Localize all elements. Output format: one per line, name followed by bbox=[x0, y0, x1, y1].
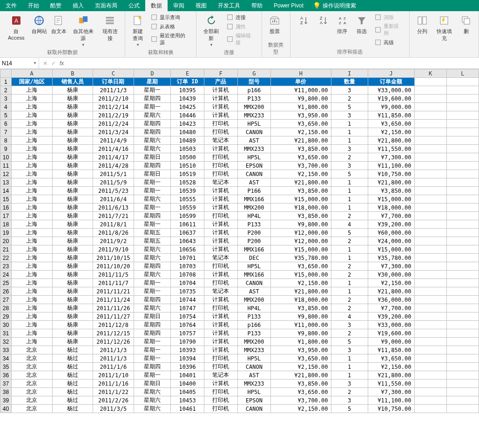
row-header[interactable]: 10 bbox=[0, 153, 12, 162]
row-header[interactable]: 28 bbox=[0, 304, 12, 312]
cell[interactable]: 星期一 bbox=[134, 86, 170, 95]
cell[interactable]: 1 bbox=[331, 371, 368, 380]
cell[interactable]: 上海 bbox=[11, 103, 52, 111]
cell[interactable]: 10510 bbox=[171, 162, 204, 170]
cell[interactable]: 2011/12/26 bbox=[93, 338, 134, 346]
cell[interactable] bbox=[414, 254, 446, 262]
fx-icon[interactable]: fx bbox=[60, 60, 66, 67]
cell[interactable]: 杨康 bbox=[52, 321, 93, 329]
cell[interactable]: 2011/1/10 bbox=[93, 371, 134, 380]
cell[interactable]: 2011/6/13 bbox=[93, 204, 134, 212]
cell[interactable]: CANON bbox=[237, 128, 271, 136]
row-header[interactable]: 40 bbox=[0, 405, 12, 413]
cell[interactable] bbox=[446, 304, 479, 312]
dedup-button[interactable]: 删 bbox=[457, 13, 475, 36]
cell[interactable] bbox=[414, 212, 446, 220]
cell[interactable]: 北京 bbox=[11, 388, 52, 396]
cell[interactable]: 杨康 bbox=[52, 136, 93, 145]
cell[interactable]: 杨康 bbox=[52, 145, 93, 153]
cell[interactable]: 10704 bbox=[171, 279, 204, 287]
cell[interactable]: 上海 bbox=[11, 212, 52, 220]
cell[interactable]: 10439 bbox=[171, 95, 204, 103]
cell[interactable]: 10489 bbox=[171, 136, 204, 145]
cell[interactable]: 计算机 bbox=[204, 245, 238, 254]
cell[interactable]: 10503 bbox=[171, 145, 204, 153]
cell[interactable]: ¥21,800.00 bbox=[271, 136, 331, 145]
cell[interactable]: 2011/5/9 bbox=[93, 178, 134, 187]
sort-desc-button[interactable]: ZA bbox=[314, 13, 331, 28]
cell[interactable]: 杨康 bbox=[52, 187, 93, 195]
row-header[interactable]: 22 bbox=[0, 254, 12, 262]
cell[interactable]: 2011/10/20 bbox=[93, 262, 134, 271]
table-header-cell[interactable]: 国家/地区 bbox=[11, 78, 52, 86]
row-header[interactable]: 27 bbox=[0, 296, 12, 304]
row-header[interactable]: 25 bbox=[0, 279, 12, 287]
cell[interactable]: ¥3,650.00 bbox=[368, 354, 414, 363]
cell[interactable]: MMX200 bbox=[237, 204, 271, 212]
menubar-tab-0[interactable]: 文件 bbox=[0, 0, 22, 11]
cell[interactable]: 10559 bbox=[171, 204, 204, 212]
row-header[interactable]: 4 bbox=[0, 103, 12, 111]
col-header-K[interactable]: K bbox=[414, 69, 446, 78]
cell[interactable]: ¥19,600.00 bbox=[368, 95, 414, 103]
cell[interactable]: 星期一 bbox=[134, 103, 170, 111]
cell[interactable]: 星期六 bbox=[134, 195, 170, 204]
cell[interactable]: 杨康 bbox=[52, 103, 93, 111]
cell[interactable] bbox=[414, 86, 446, 95]
cell[interactable]: CANON bbox=[237, 405, 271, 413]
cell[interactable]: P133 bbox=[237, 312, 271, 321]
cell[interactable]: 10747 bbox=[171, 304, 204, 312]
cell[interactable] bbox=[446, 220, 479, 229]
menubar-tab-3[interactable]: 插入 bbox=[67, 0, 89, 11]
menubar-tab-2[interactable]: 酷赞 bbox=[45, 0, 67, 11]
cell[interactable]: ¥7,700.00 bbox=[368, 304, 414, 312]
cell[interactable] bbox=[446, 396, 479, 405]
cell[interactable] bbox=[446, 162, 479, 170]
cell[interactable]: 计算机 bbox=[204, 237, 238, 245]
cell[interactable]: ¥2,150.00 bbox=[368, 128, 414, 136]
cell[interactable]: 杨康 bbox=[52, 86, 93, 95]
cell[interactable]: 杨康 bbox=[52, 170, 93, 178]
tell-me-search[interactable]: 💡操作说明搜索 bbox=[309, 2, 356, 10]
cell[interactable]: 上海 bbox=[11, 120, 52, 128]
cell[interactable]: ¥19,600.00 bbox=[368, 329, 414, 338]
cell[interactable]: P200 bbox=[237, 229, 271, 237]
cell[interactable]: ¥11,850.00 bbox=[368, 346, 414, 354]
cell[interactable] bbox=[446, 136, 479, 145]
cell[interactable] bbox=[414, 195, 446, 204]
cell[interactable]: 星期日 bbox=[134, 170, 170, 178]
cell[interactable]: 星期四 bbox=[134, 162, 170, 170]
cell[interactable]: 星期四 bbox=[134, 262, 170, 271]
cell[interactable]: 星期一 bbox=[134, 346, 170, 354]
cell[interactable]: ¥3,850.00 bbox=[271, 187, 331, 195]
cell[interactable]: 2011/12/8 bbox=[93, 321, 134, 329]
cell[interactable]: 打印机 bbox=[204, 212, 238, 220]
row-header[interactable]: 15 bbox=[0, 195, 12, 204]
cell[interactable]: AST bbox=[237, 287, 271, 296]
cell[interactable] bbox=[414, 187, 446, 195]
cell[interactable]: ¥9,000.00 bbox=[368, 338, 414, 346]
cell[interactable]: ¥3,700.00 bbox=[271, 396, 331, 405]
cell[interactable]: 10790 bbox=[171, 338, 204, 346]
cell[interactable]: 杨康 bbox=[52, 229, 93, 237]
cell[interactable]: MMX200 bbox=[237, 103, 271, 111]
cell[interactable]: MMX166 bbox=[237, 271, 271, 279]
cell[interactable]: ¥3,650.00 bbox=[271, 388, 331, 396]
menubar-tab-6[interactable]: 数据 bbox=[145, 0, 168, 11]
from-table-button[interactable]: 从表格 bbox=[148, 22, 192, 31]
col-header-D[interactable]: D bbox=[134, 69, 170, 78]
row-header[interactable]: 8 bbox=[0, 136, 12, 145]
cell[interactable] bbox=[414, 237, 446, 245]
cell[interactable]: ¥2,150.00 bbox=[271, 170, 331, 178]
cell[interactable]: 2 bbox=[331, 329, 368, 338]
cell[interactable]: 笔记本 bbox=[204, 254, 238, 262]
cell[interactable]: 2011/1/6 bbox=[93, 363, 134, 371]
cell[interactable]: CANON bbox=[237, 363, 271, 371]
cell[interactable]: 上海 bbox=[11, 136, 52, 145]
cell[interactable]: 1 bbox=[331, 178, 368, 187]
cell[interactable]: 10744 bbox=[171, 296, 204, 304]
cell[interactable]: 3 bbox=[331, 86, 368, 95]
filter-button[interactable]: 筛选 bbox=[353, 13, 371, 36]
cell[interactable] bbox=[446, 195, 479, 204]
cell[interactable]: 10735 bbox=[171, 287, 204, 296]
